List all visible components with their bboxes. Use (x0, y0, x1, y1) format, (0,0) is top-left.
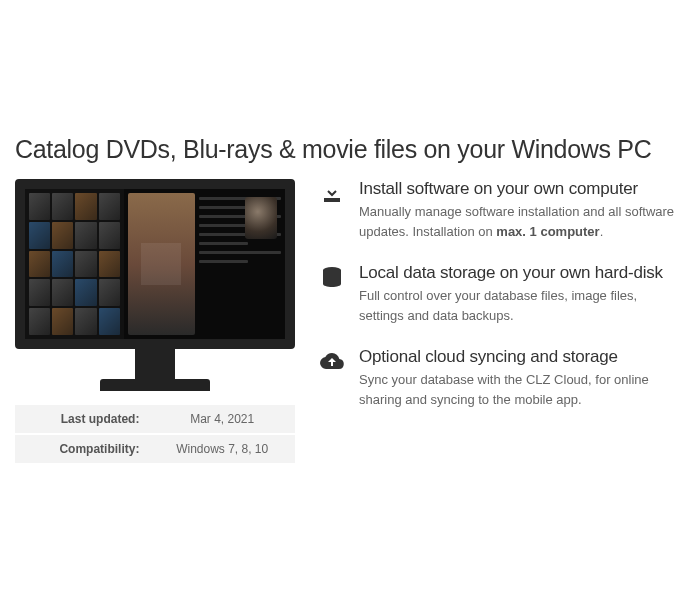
last-updated-row: Last updated: Mar 4, 2021 (15, 405, 295, 433)
last-updated-value: Mar 4, 2021 (149, 405, 295, 433)
monitor-stand (135, 349, 175, 379)
feature-storage: Local data storage on your own hard-disk… (320, 263, 680, 325)
monitor-base (100, 379, 210, 391)
thumbnail-grid (25, 189, 124, 339)
feature-desc: Sync your database with the CLZ Cloud, f… (359, 370, 680, 409)
feature-desc: Full control over your database files, i… (359, 286, 680, 325)
content-row: Last updated: Mar 4, 2021 Compatibility:… (15, 179, 680, 465)
compatibility-row: Compatibility: Windows 7, 8, 10 (15, 435, 295, 463)
product-screenshot (15, 179, 295, 391)
last-updated-label: Last updated: (15, 405, 149, 433)
features-column: Install software on your own computer Ma… (320, 179, 680, 465)
feature-cloud: Optional cloud syncing and storage Sync … (320, 347, 680, 409)
compatibility-label: Compatibility: (15, 435, 149, 463)
feature-desc: Manually manage software installation an… (359, 202, 680, 241)
left-column: Last updated: Mar 4, 2021 Compatibility:… (15, 179, 295, 465)
info-table: Last updated: Mar 4, 2021 Compatibility:… (15, 403, 295, 465)
feature-title: Optional cloud syncing and storage (359, 347, 680, 367)
cloud-upload-icon (320, 349, 344, 373)
page-heading: Catalog DVDs, Blu-rays & movie files on … (15, 135, 680, 164)
feature-title: Local data storage on your own hard-disk (359, 263, 680, 283)
feature-install: Install software on your own computer Ma… (320, 179, 680, 241)
monitor-screen (15, 179, 295, 349)
download-icon (320, 181, 344, 205)
actor-portrait (245, 197, 277, 239)
compatibility-value: Windows 7, 8, 10 (149, 435, 295, 463)
feature-title: Install software on your own computer (359, 179, 680, 199)
movie-poster (128, 193, 195, 335)
database-icon (320, 265, 344, 289)
